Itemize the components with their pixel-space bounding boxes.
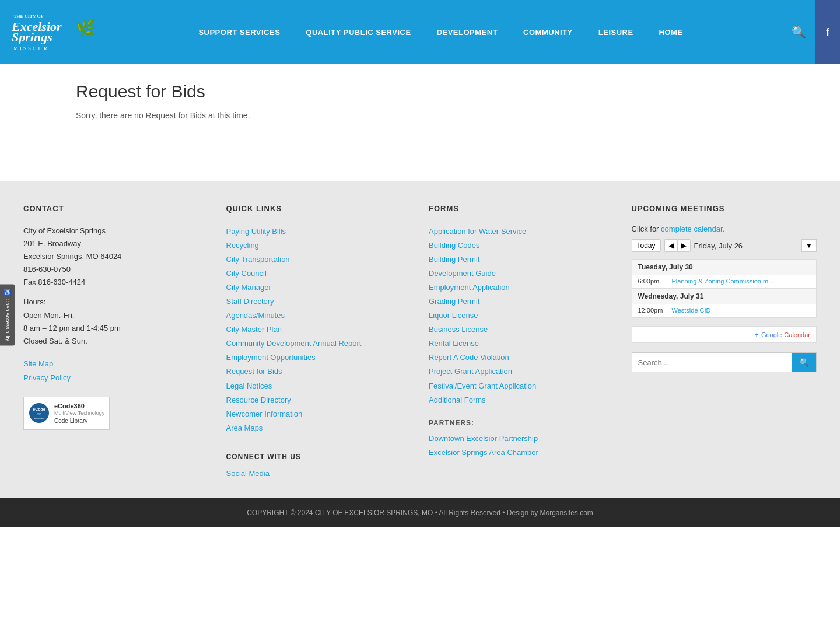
nav-support-services[interactable]: SUPPORT SERVICES <box>186 28 293 37</box>
contact-hours-label: Hours: <box>23 296 209 309</box>
google-calendar-footer: + GoogleCalendar <box>632 326 817 343</box>
quick-link-item[interactable]: Staff Directory <box>226 295 412 309</box>
ecode-text: eCode360 MultiView Technology Code Libra… <box>54 402 104 425</box>
quick-link-item[interactable]: Paying Utility Bills <box>226 225 412 239</box>
quick-link-item[interactable]: City Master Plan <box>226 323 412 337</box>
footer-search-box: 🔍 <box>632 352 817 372</box>
quick-link-item[interactable]: Community Development Annual Report <box>226 337 412 351</box>
calendar-event-1: 6:00pm Planning & Zoning Commission m... <box>632 275 817 288</box>
nav-quality-public-service[interactable]: QUALITY PUBLIC SERVICE <box>293 28 424 37</box>
partner-links: Downtown Excelsior PartnershipExcelsior … <box>429 432 614 460</box>
footer-search-input[interactable] <box>632 353 793 372</box>
calendar-today-button[interactable]: Today <box>632 239 661 252</box>
form-link-item[interactable]: Project Grant Application <box>429 365 614 379</box>
main-content: Request for Bids Sorry, there are no Req… <box>0 64 840 181</box>
svg-text:Springs: Springs <box>12 30 52 44</box>
footer-upcoming-meetings: UPCOMING MEETINGS Click for complete cal… <box>632 204 817 481</box>
quick-link-item[interactable]: Employment Opportunities <box>226 351 412 365</box>
quick-link-item[interactable]: Request for Bids <box>226 365 412 379</box>
forms-title: FORMS <box>429 204 614 213</box>
form-link-item[interactable]: Additional Forms <box>429 393 614 407</box>
search-icon: 🔍 <box>792 25 806 39</box>
click-for-calendar: Click for complete calendar. <box>632 225 817 233</box>
form-link-item[interactable]: Business License <box>429 323 614 337</box>
form-link-item[interactable]: Festival/Event Grant Application <box>429 379 614 393</box>
bottom-bar: COPYRIGHT © 2024 CITY OF EXCELSIOR SPRIN… <box>0 498 840 527</box>
header-right: 🔍 f <box>782 0 840 64</box>
connect-title: CONNECT WITH US <box>226 453 412 461</box>
svg-text:eCode: eCode <box>33 407 46 411</box>
ecode-icon: eCode 360 MultiView <box>29 402 50 424</box>
upcoming-meetings-title: UPCOMING MEETINGS <box>632 204 817 213</box>
nav-home[interactable]: HOME <box>646 28 696 37</box>
footer-search-button[interactable]: 🔍 <box>792 353 816 372</box>
quick-links-list: Paying Utility BillsRecyclingCity Transp… <box>226 225 412 435</box>
contact-hours1: Open Mon.-Fri. <box>23 309 209 322</box>
form-link-item[interactable]: Application for Water Service <box>429 225 614 239</box>
quick-link-item[interactable]: Resource Directory <box>226 393 412 407</box>
logo-area: THE CITY OF Excelsior Springs MISSOURI 🌿 <box>6 6 99 58</box>
google-calendar-icon: + <box>754 330 759 339</box>
sitemap-link[interactable]: Site Map <box>23 357 209 371</box>
form-link-item[interactable]: Grading Permit <box>429 295 614 309</box>
ecode-badge[interactable]: eCode 360 MultiView eCode360 MultiView T… <box>23 397 110 430</box>
quick-link-item[interactable]: City Transportation <box>226 253 412 267</box>
nav-leisure[interactable]: LEISURE <box>586 28 646 37</box>
calendar-day-1-header: Tuesday, July 30 <box>632 260 817 275</box>
svg-text:MultiView: MultiView <box>34 417 44 420</box>
nav-community[interactable]: COMMUNITY <box>510 28 586 37</box>
accessibility-button[interactable]: ♿ Open Accessibility <box>0 284 15 345</box>
partner-link-item[interactable]: Downtown Excelsior Partnership <box>429 432 614 446</box>
connect-links: Social Media <box>226 467 412 481</box>
site-logo[interactable]: THE CITY OF Excelsior Springs MISSOURI 🌿 <box>6 6 99 58</box>
site-header: THE CITY OF Excelsior Springs MISSOURI 🌿… <box>0 0 840 64</box>
quick-link-item[interactable]: City Council <box>226 267 412 281</box>
event-2-title[interactable]: Westside CID <box>672 307 711 314</box>
page-message: Sorry, there are no Request for Bids at … <box>76 111 811 120</box>
form-link-item[interactable]: Building Codes <box>429 239 614 253</box>
nav-development[interactable]: DEVELOPMENT <box>424 28 510 37</box>
calendar-prev-button[interactable]: ◀ <box>664 239 677 252</box>
svg-text:MISSOURI: MISSOURI <box>13 46 52 51</box>
footer-forms: FORMS Application for Water ServiceBuild… <box>429 204 614 481</box>
quick-link-item[interactable]: Agendas/Minutes <box>226 309 412 323</box>
quick-link-item[interactable]: Recycling <box>226 239 412 253</box>
quick-link-item[interactable]: Area Maps <box>226 421 412 435</box>
accessibility-icon: ♿ <box>4 289 12 296</box>
facebook-button[interactable]: f <box>816 0 840 64</box>
form-link-item[interactable]: Employment Application <box>429 281 614 295</box>
form-link-item[interactable]: Rental License <box>429 337 614 351</box>
forms-links-list: Application for Water ServiceBuilding Co… <box>429 225 614 407</box>
connect-link-item[interactable]: Social Media <box>226 467 412 481</box>
page-title: Request for Bids <box>76 82 811 102</box>
privacy-policy-link[interactable]: Privacy Policy <box>23 371 209 385</box>
facebook-icon: f <box>826 26 830 38</box>
calendar-event-2: 12:00pm Westside CID <box>632 304 817 317</box>
calendar-current-date: Friday, July 26 <box>694 242 799 250</box>
quick-links-title: QUICK LINKS <box>226 204 412 213</box>
event-1-time: 6:00pm <box>638 278 667 285</box>
header-search-button[interactable]: 🔍 <box>782 0 816 64</box>
calendar-widget: Tuesday, July 30 6:00pm Planning & Zonin… <box>632 259 817 318</box>
contact-address2: Excelsior Springs, MO 64024 <box>23 250 209 263</box>
event-1-title[interactable]: Planning & Zoning Commission m... <box>672 278 774 285</box>
quick-link-item[interactable]: Newcomer Information <box>226 407 412 421</box>
partner-link-item[interactable]: Excelsior Springs Area Chamber <box>429 446 614 460</box>
copyright-text: COPYRIGHT © 2024 CITY OF EXCELSIOR SPRIN… <box>247 509 593 517</box>
connect-section: CONNECT WITH US Social Media <box>226 453 412 481</box>
form-link-item[interactable]: Liquor License <box>429 309 614 323</box>
contact-city-name: City of Excelsior Springs <box>23 225 209 237</box>
quick-link-item[interactable]: City Manager <box>226 281 412 295</box>
google-calendar-link[interactable]: + GoogleCalendar <box>754 330 810 339</box>
form-link-item[interactable]: Report A Code Violation <box>429 351 614 365</box>
svg-text:THE CITY OF: THE CITY OF <box>13 14 44 19</box>
complete-calendar-link[interactable]: complete calendar. <box>661 225 724 233</box>
calendar-next-button[interactable]: ▶ <box>677 239 691 252</box>
contact-phone: 816-630-0750 <box>23 263 209 276</box>
calendar-view-dropdown[interactable]: ▼ <box>802 239 817 252</box>
quick-link-item[interactable]: Legal Notices <box>226 379 412 393</box>
form-link-item[interactable]: Building Permit <box>429 253 614 267</box>
footer-contact: CONTACT City of Excelsior Springs 201 E.… <box>23 204 209 481</box>
form-link-item[interactable]: Development Guide <box>429 267 614 281</box>
calendar-day-2-header: Wednesday, July 31 <box>632 288 817 304</box>
